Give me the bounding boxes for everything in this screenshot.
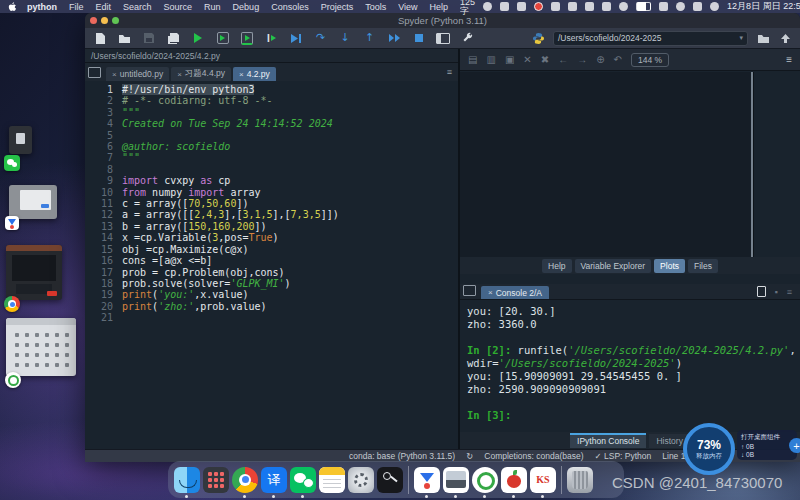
notes-icon[interactable] <box>319 467 345 493</box>
translate-app-icon[interactable]: 译 <box>261 467 287 493</box>
menu-search[interactable]: Search <box>123 2 152 12</box>
wechat-dock-icon[interactable] <box>290 467 316 493</box>
menu-app-name[interactable]: python <box>27 2 57 12</box>
screen-mirroring-icon[interactable] <box>602 2 611 11</box>
close-tab-icon[interactable]: × <box>112 70 117 79</box>
battery-icon[interactable] <box>636 2 651 11</box>
shapes-icon[interactable] <box>551 2 560 11</box>
remove-plot-icon[interactable]: ✕ <box>523 54 531 65</box>
display-icon[interactable] <box>693 2 702 11</box>
keyboard-icon[interactable] <box>517 2 526 11</box>
window-thumbnail-grid-app[interactable] <box>6 318 76 376</box>
code-editor[interactable]: 1#!/usr/bin/env python32# -*- codiarng: … <box>85 81 458 449</box>
save-all-icon[interactable] <box>167 31 181 45</box>
record-icon[interactable] <box>534 2 543 11</box>
editor-tab-untitled0.py[interactable]: ×untitled0.py <box>106 67 169 81</box>
menu-help[interactable]: Help <box>430 2 449 12</box>
menu-projects[interactable]: Projects <box>321 2 354 12</box>
window-thumbnail-wechat[interactable] <box>9 126 32 154</box>
pane-tab-variable-explorer[interactable]: Variable Explorer <box>575 259 652 273</box>
completions-status[interactable]: Completions: conda(base) <box>484 451 583 461</box>
undo-zoom-icon[interactable]: ↶ <box>614 54 622 65</box>
bluetooth-icon[interactable] <box>619 2 628 11</box>
menu-run[interactable]: Run <box>204 2 221 12</box>
menu-clock[interactable]: 12月8日 周日 22:57 <box>727 0 800 13</box>
console-env-icon[interactable]: ▪ <box>775 287 778 297</box>
zoom-in-icon[interactable]: ⊕ <box>596 54 604 65</box>
close-window-button[interactable] <box>90 17 97 24</box>
netdisk-icon[interactable] <box>5 216 19 230</box>
menu-file[interactable]: File <box>69 2 84 12</box>
search-icon[interactable] <box>676 2 685 11</box>
run-cell-advance-icon[interactable] <box>240 31 254 45</box>
stop-icon[interactable] <box>412 31 426 45</box>
window-thumbnail-netdisk[interactable] <box>9 185 57 219</box>
fitness-ring-icon[interactable] <box>5 372 21 388</box>
close-console-icon[interactable]: × <box>488 288 493 297</box>
menu-consoles[interactable]: Consoles <box>271 2 309 12</box>
copy-plot-icon[interactable]: ▣ <box>505 54 514 65</box>
new-file-icon[interactable] <box>93 31 107 45</box>
editor-tab-习题4.4.py[interactable]: ×习题4.4.py <box>171 67 231 81</box>
editor-options-icon[interactable]: ≡ <box>447 67 452 77</box>
editor-tab-4.2.py[interactable]: ×4.2.py <box>233 67 276 81</box>
save-all-plots-icon[interactable]: ▥ <box>486 54 495 65</box>
step-into-icon[interactable]: ↓ <box>338 31 352 45</box>
close-tab-icon[interactable]: × <box>239 70 244 79</box>
apple-menu-icon[interactable] <box>8 2 17 12</box>
pane-tab-help[interactable]: Help <box>542 259 571 273</box>
pane-tab-plots[interactable]: Plots <box>654 259 685 273</box>
add-widget-button[interactable]: + <box>789 438 800 453</box>
menu-debug[interactable]: Debug <box>233 2 260 12</box>
fitness-app-icon[interactable] <box>472 467 498 493</box>
memory-gauge[interactable]: 73% 释放内存 <box>683 423 735 475</box>
debug-file-icon[interactable] <box>289 31 303 45</box>
close-tab-icon[interactable]: × <box>177 70 182 79</box>
menu-source[interactable]: Source <box>164 2 193 12</box>
netdisk-dock-icon[interactable] <box>414 467 440 493</box>
save-icon[interactable] <box>142 31 156 45</box>
wechat-icon[interactable] <box>4 155 20 171</box>
window-thumbnail-browser[interactable] <box>6 245 62 300</box>
run-selection-icon[interactable]: I <box>265 31 279 45</box>
open-file-icon[interactable] <box>118 31 132 45</box>
menu-tools[interactable]: Tools <box>365 2 386 12</box>
console-tab[interactable]: × Console 2/A <box>481 286 549 299</box>
parent-directory-icon[interactable] <box>778 31 792 45</box>
step-over-icon[interactable]: ↷ <box>314 31 328 45</box>
console-output[interactable]: you: [20. 30.]zho: 3360.0 In [2]: runfil… <box>460 301 800 432</box>
preferences-wrench-icon[interactable] <box>461 31 475 45</box>
inspect-icon[interactable] <box>757 286 766 297</box>
remove-all-plots-icon[interactable]: ✖ <box>541 54 549 65</box>
browse-directory-icon[interactable] <box>756 31 770 45</box>
control-center-icon[interactable] <box>710 2 719 11</box>
apple-red-app-icon[interactable] <box>501 467 527 493</box>
run-icon[interactable] <box>191 31 205 45</box>
next-plot-icon[interactable]: → <box>577 54 587 65</box>
chrome-dock-icon[interactable] <box>232 467 258 493</box>
menu-view[interactable]: View <box>398 2 417 12</box>
panes-layout-icon[interactable] <box>436 31 450 45</box>
conda-env-status[interactable]: conda: base (Python 3.11.5) <box>349 451 455 461</box>
chrome-icon[interactable] <box>4 296 20 312</box>
step-out-icon[interactable]: ↑ <box>363 31 377 45</box>
finder-icon[interactable] <box>174 467 200 493</box>
browse-tabs-icon[interactable] <box>88 67 101 78</box>
cloud-icon[interactable] <box>568 2 577 11</box>
save-plot-icon[interactable]: ▤ <box>468 54 477 65</box>
panels-icon[interactable] <box>585 2 594 11</box>
plots-options-icon[interactable]: ≡ <box>786 54 792 65</box>
preview-app-icon[interactable] <box>443 467 469 493</box>
ks-app-icon[interactable]: KS <box>530 467 556 493</box>
previous-plot-icon[interactable]: ← <box>558 54 568 65</box>
continue-icon[interactable] <box>387 31 401 45</box>
wifi-icon[interactable] <box>659 2 668 11</box>
launchpad-icon[interactable] <box>203 467 229 493</box>
working-directory-combobox[interactable]: /Users/scofieldo/2024-2025▾ <box>553 31 748 46</box>
minimize-window-button[interactable] <box>101 17 108 24</box>
menu-edit[interactable]: Edit <box>96 2 112 12</box>
zoom-window-button[interactable] <box>112 17 119 24</box>
lsp-status[interactable]: ✓ LSP: Python <box>595 451 652 461</box>
mic-icon[interactable] <box>500 2 509 11</box>
keychain-icon[interactable] <box>377 467 403 493</box>
